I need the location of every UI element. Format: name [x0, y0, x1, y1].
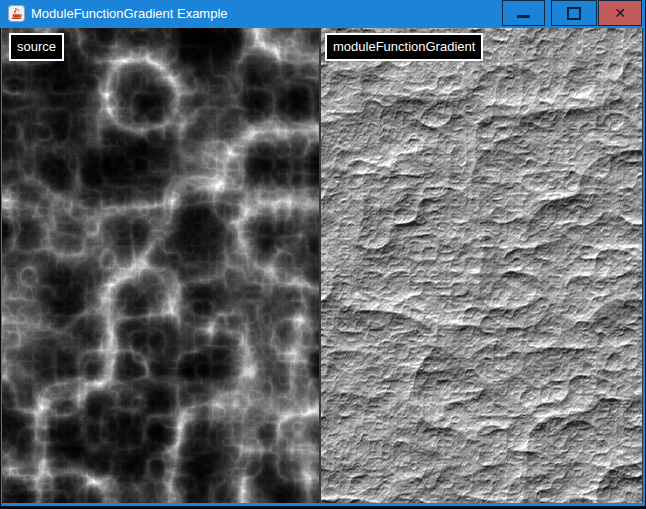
gradient-label: moduleFunctionGradient — [325, 33, 483, 61]
source-image-panel: source — [2, 28, 319, 503]
window-controls: ✕ — [502, 0, 642, 28]
maximize-button[interactable] — [551, 0, 597, 26]
close-icon: ✕ — [614, 6, 626, 20]
titlebar[interactable]: ModuleFunctionGradient Example ✕ — [0, 0, 645, 28]
java-coffee-cup-icon — [8, 5, 25, 22]
source-noise-image — [2, 28, 319, 503]
minimize-button[interactable] — [502, 0, 545, 26]
content-area: source moduleFunctionGradient — [2, 28, 643, 503]
application-window: ModuleFunctionGradient Example ✕ source … — [0, 0, 645, 506]
source-label: source — [9, 33, 64, 61]
gradient-noise-image — [321, 28, 642, 503]
gradient-image-panel: moduleFunctionGradient — [321, 28, 642, 503]
minimize-icon — [517, 15, 530, 18]
maximize-icon — [567, 7, 581, 20]
close-button[interactable]: ✕ — [598, 0, 642, 26]
window-title: ModuleFunctionGradient Example — [31, 0, 228, 27]
